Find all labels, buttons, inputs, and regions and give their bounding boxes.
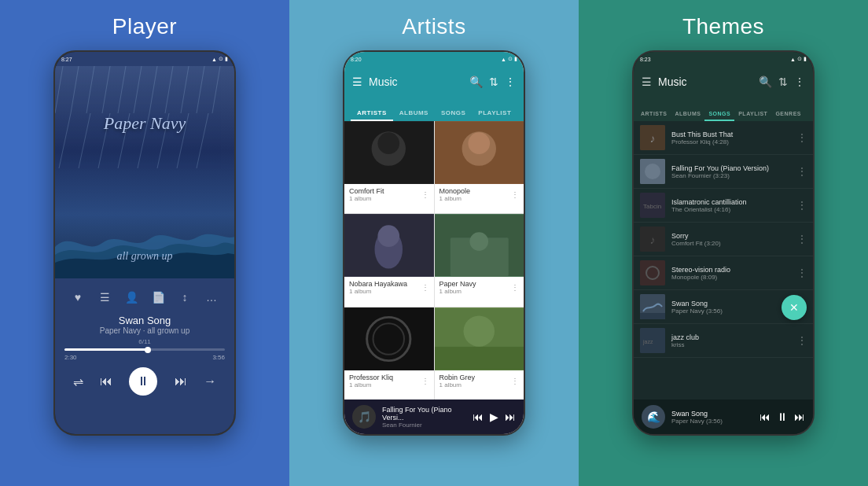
- artwork-subtitle: all grown up: [55, 250, 234, 263]
- song-artist-5: Monopole (8:09): [671, 274, 791, 281]
- themes-tab-genres[interactable]: GENRES: [771, 111, 805, 121]
- themes-tab-albums[interactable]: ALBUMS: [671, 111, 704, 121]
- artist-name-paper-navy: Paper Navy: [440, 280, 476, 288]
- playlist-button[interactable]: ☰: [94, 286, 116, 308]
- artist-thumb-comfort: [344, 121, 434, 184]
- themes-tab-artists[interactable]: ARTISTS: [637, 111, 671, 121]
- artist-menu-paper-navy[interactable]: ⋮: [511, 283, 519, 292]
- artist-card-professor[interactable]: Professor Kliq 1 album ⋮: [344, 307, 434, 399]
- svg-point-27: [377, 226, 399, 248]
- svg-line-9: [197, 66, 204, 113]
- artist-card-paper-navy[interactable]: Paper Navy 1 album ⋮: [435, 214, 524, 306]
- artist-menu-comfort[interactable]: ⋮: [421, 190, 429, 199]
- next-button[interactable]: ⏭: [175, 374, 187, 388]
- tab-songs[interactable]: SONGS: [435, 109, 472, 121]
- wifi-icon-2: ⊙: [508, 56, 513, 62]
- tab-playlist[interactable]: PLAYLIST: [472, 109, 517, 121]
- mini-player-sub: Sean Fournier: [382, 422, 466, 429]
- artists-panel: Artists 8:20 ▲ ⊙ ▮ ☰ Music 🔍 ⇅ ⋮: [289, 0, 579, 486]
- sort-icon[interactable]: ⇅: [489, 75, 498, 88]
- song-artist-3: The Orientalist (4:16): [671, 206, 791, 213]
- song-artist-1: Professor Kliq (4:28): [671, 138, 791, 145]
- menu-icon[interactable]: ☰: [352, 75, 362, 88]
- artist-menu-robin[interactable]: ⋮: [511, 377, 519, 385]
- player-title: Player: [112, 14, 177, 39]
- queue-button[interactable]: ↕: [174, 286, 196, 308]
- fab-button[interactable]: ✕: [782, 295, 807, 320]
- mini-next[interactable]: ⏭: [505, 411, 516, 423]
- artist-card-nobara[interactable]: Nobara Hayakawa 1 album ⋮: [344, 214, 434, 306]
- themes-search-icon[interactable]: 🔍: [759, 75, 772, 88]
- svg-point-24: [468, 132, 490, 154]
- themes-sort-icon[interactable]: ⇅: [778, 75, 788, 88]
- svg-line-4: [118, 66, 126, 113]
- song-row-4[interactable]: ♪ Sorry Comfort Fit (3:20) ⋮: [634, 223, 813, 256]
- song-art-img-5: [640, 260, 665, 285]
- prev-button[interactable]: ⏮: [100, 374, 112, 388]
- svg-line-8: [181, 66, 189, 113]
- artist-menu-professor[interactable]: ⋮: [421, 377, 429, 385]
- themes-mini-next[interactable]: ⏭: [794, 411, 805, 423]
- song-row-6[interactable]: Swan Song Paper Navy (3:56) ⋮ ✕: [634, 290, 813, 324]
- status-time-2: 8:20: [351, 57, 362, 62]
- more-button[interactable]: …: [200, 286, 223, 308]
- shuffle-button[interactable]: ⇌: [73, 374, 83, 389]
- profile-button[interactable]: 👤: [120, 286, 142, 308]
- lyrics-button[interactable]: 📄: [147, 286, 169, 308]
- status-icons-3: ▲ ⊙ ▮: [790, 56, 807, 62]
- song-menu-2[interactable]: ⋮: [797, 166, 807, 177]
- player-controls: ♥ ☰ 👤 📄 ↕ … Swan Song Paper Navy · all g…: [55, 278, 234, 396]
- artist-image-1: [344, 121, 434, 184]
- search-icon[interactable]: 🔍: [469, 75, 483, 88]
- mini-play[interactable]: ▶: [490, 411, 498, 423]
- artist-menu-monopole[interactable]: ⋮: [511, 190, 519, 199]
- song-details-7: jazz club kriss: [671, 333, 791, 348]
- themes-mini-pause[interactable]: ⏸: [777, 411, 788, 423]
- song-row-2[interactable]: Falling For You (Piano Version) Sean Fou…: [634, 155, 813, 189]
- song-art-img-1: ♪: [640, 125, 665, 150]
- tab-genres[interactable]: GENRES: [517, 109, 525, 121]
- app-bar-title: Music: [369, 75, 463, 88]
- song-row-5[interactable]: Stereo-vision radio Monopole (8:09) ⋮: [634, 256, 813, 290]
- song-menu-3[interactable]: ⋮: [797, 200, 807, 211]
- themes-menu-icon[interactable]: ☰: [642, 75, 652, 88]
- mini-player-art: 🎵: [352, 405, 376, 429]
- themes-app-bar: ☰ Music 🔍 ⇅ ⋮: [634, 66, 813, 98]
- artist-card-monopole[interactable]: Monopole 1 album ⋮: [435, 121, 524, 213]
- mini-prev[interactable]: ⏮: [473, 411, 484, 423]
- song-menu-1[interactable]: ⋮: [797, 132, 807, 143]
- song-title-3: Islamatronic cantilliation: [671, 198, 791, 206]
- artist-card-robin[interactable]: Robin Grey 1 album ⋮: [435, 307, 524, 399]
- themes-mini-prev[interactable]: ⏮: [760, 411, 771, 423]
- song-menu-5[interactable]: ⋮: [797, 267, 807, 278]
- artist-card-comfort-fit[interactable]: Comfort Fit 1 album ⋮: [344, 121, 434, 213]
- song-title-5: Stereo-vision radio: [671, 266, 791, 274]
- time-total: 3:56: [212, 354, 225, 361]
- artist-count-nobara: 1 album: [349, 288, 407, 295]
- song-row-1[interactable]: ♪ Bust This Bust That Professor Kliq (4:…: [634, 121, 813, 155]
- song-artist-4: Comfort Fit (3:20): [671, 240, 791, 247]
- song-menu-4[interactable]: ⋮: [797, 234, 807, 245]
- artists-phone: 8:20 ▲ ⊙ ▮ ☰ Music 🔍 ⇅ ⋮ ARTISTS ALBUMS …: [343, 50, 525, 436]
- play-pause-button[interactable]: ⏸: [129, 367, 157, 396]
- song-art-5: [640, 260, 665, 285]
- repeat-button[interactable]: →: [204, 374, 216, 388]
- tab-albums[interactable]: ALBUMS: [393, 109, 435, 121]
- artist-info-monopole: Monopole 1 album ⋮: [435, 184, 524, 205]
- time-current: 2:30: [64, 354, 77, 361]
- song-menu-7[interactable]: ⋮: [797, 335, 807, 346]
- themes-overflow-icon[interactable]: ⋮: [794, 75, 805, 88]
- progress-bar[interactable]: [64, 348, 225, 351]
- like-button[interactable]: ♥: [67, 286, 89, 308]
- overflow-icon[interactable]: ⋮: [505, 75, 516, 88]
- tab-artists[interactable]: ARTISTS: [351, 109, 393, 121]
- signal-icon-2: ▲: [501, 57, 506, 62]
- song-row-3[interactable]: Tabcin Islamatronic cantilliation The Or…: [634, 189, 813, 223]
- themes-tab-playlist[interactable]: PLAYLIST: [734, 111, 771, 121]
- mini-player-artists: 🎵 Falling For You (Piano Versi... Sean F…: [344, 399, 524, 434]
- song-row-7[interactable]: jazz jazz club kriss ⋮: [634, 324, 813, 358]
- themes-tab-songs[interactable]: SONGS: [704, 111, 734, 121]
- action-row: ♥ ☰ 👤 📄 ↕ …: [64, 286, 225, 308]
- status-icons-2: ▲ ⊙ ▮: [501, 56, 517, 62]
- artist-menu-nobara[interactable]: ⋮: [421, 283, 429, 292]
